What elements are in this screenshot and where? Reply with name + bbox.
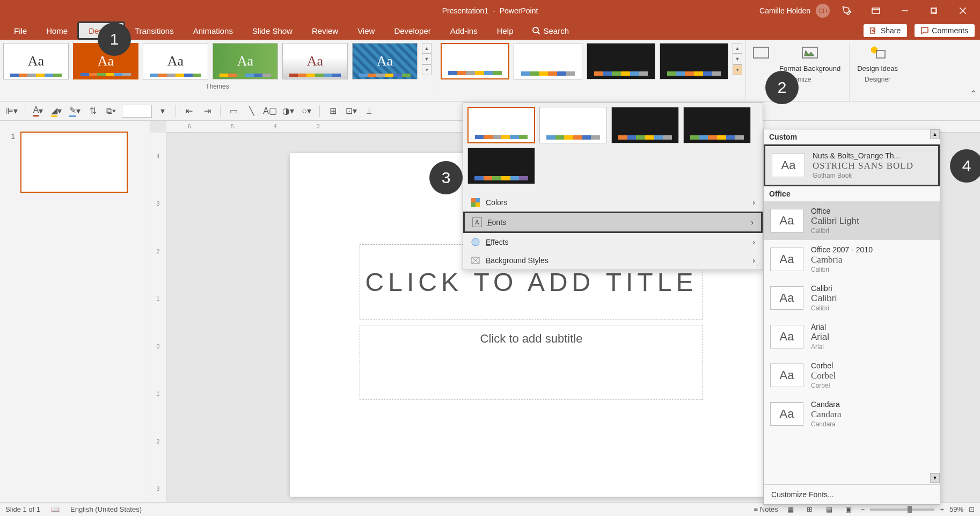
subtitle-placeholder[interactable]: Click to add subtitle bbox=[360, 325, 703, 400]
font-item-calibri[interactable]: Aa Calibri Calibri Calibri bbox=[764, 279, 940, 317]
fill-color-button[interactable]: ◢▾ bbox=[49, 104, 64, 119]
theme-pattern[interactable]: Aa bbox=[352, 43, 418, 79]
font-item-office[interactable]: Aa Office Calibri Light Calibri bbox=[764, 201, 940, 240]
scroll-up-button[interactable]: ▲ bbox=[930, 129, 940, 139]
font-item-arial[interactable]: Aa Arial Arial Arial bbox=[764, 317, 940, 356]
zoom-out-button[interactable]: − bbox=[861, 505, 865, 513]
maximize-button[interactable] bbox=[922, 0, 946, 21]
tab-addins[interactable]: Add-ins bbox=[441, 21, 487, 40]
font-item-corbel[interactable]: Aa Corbel Corbel Corbel bbox=[764, 356, 940, 395]
themes-more[interactable]: ▲▼▾ bbox=[422, 43, 432, 79]
size-dropdown[interactable]: ▾ bbox=[155, 104, 170, 119]
variant-thumb-1[interactable] bbox=[467, 107, 535, 143]
pen-icon[interactable] bbox=[835, 0, 859, 21]
menu-fonts[interactable]: AFonts › bbox=[463, 212, 763, 233]
tab-transitions[interactable]: Transitions bbox=[125, 21, 184, 40]
tab-slideshow[interactable]: Slide Show bbox=[243, 21, 302, 40]
colors-icon bbox=[471, 198, 480, 207]
close-button[interactable] bbox=[951, 0, 975, 21]
arrange-button[interactable]: ⧉▾ bbox=[104, 104, 119, 119]
slideshow-view-button[interactable]: ▣ bbox=[842, 504, 855, 515]
theme-ion[interactable]: Aa bbox=[282, 43, 348, 79]
variant-4[interactable] bbox=[660, 43, 728, 79]
scroll-down-button[interactable]: ▼ bbox=[930, 473, 940, 483]
menu-effects[interactable]: Effects › bbox=[463, 233, 763, 251]
language-status[interactable]: English (United States) bbox=[70, 505, 142, 513]
variant-thumb-2[interactable] bbox=[539, 107, 607, 143]
zoom-level[interactable]: 59% bbox=[949, 505, 963, 513]
callout-2: 2 bbox=[765, 71, 799, 104]
variants-up-icon[interactable]: ▲ bbox=[733, 43, 742, 54]
bg-styles-icon bbox=[471, 256, 480, 265]
tab-home[interactable]: Home bbox=[36, 21, 77, 40]
sorter-view-button[interactable]: ⊞ bbox=[803, 504, 817, 515]
menu-colors[interactable]: CColorsolors › bbox=[463, 193, 763, 212]
insert-button[interactable]: ⊡▾ bbox=[343, 104, 359, 119]
font-body: Corbel bbox=[811, 382, 836, 389]
font-preview-icon: Aa bbox=[770, 248, 803, 271]
themes-expand-icon[interactable]: ▾ bbox=[422, 64, 432, 75]
variants-down-icon[interactable]: ▼ bbox=[733, 54, 742, 64]
spellcheck-icon[interactable]: 📖 bbox=[51, 505, 60, 513]
crop-button[interactable]: ⟂ bbox=[362, 104, 377, 119]
variant-2[interactable] bbox=[514, 43, 582, 79]
ribbon-display-icon[interactable] bbox=[864, 0, 888, 21]
line-shape[interactable]: ╲ bbox=[244, 104, 259, 119]
themes-down-icon[interactable]: ▼ bbox=[422, 54, 432, 64]
indent-button[interactable]: ⇥ bbox=[200, 104, 215, 119]
slide-size-button[interactable] bbox=[751, 43, 771, 72]
font-color-button[interactable]: A▾ bbox=[31, 104, 46, 119]
align-button[interactable]: ⊫▾ bbox=[4, 104, 19, 119]
customize-fonts-button[interactable]: Customize Fonts... bbox=[764, 484, 940, 504]
table-button[interactable]: ⊞ bbox=[325, 104, 340, 119]
tab-file[interactable]: File bbox=[4, 21, 36, 40]
resize-handle[interactable]: ⋰ bbox=[755, 263, 760, 268]
search-label: Search bbox=[543, 26, 569, 35]
fit-window-button[interactable]: ⊡ bbox=[969, 505, 975, 513]
zoom-slider[interactable] bbox=[870, 508, 934, 511]
minimize-button[interactable] bbox=[893, 0, 917, 21]
user-avatar[interactable]: CH bbox=[816, 4, 830, 18]
menu-bg-styles[interactable]: Background Styles › bbox=[463, 251, 763, 270]
format-bg-icon bbox=[800, 43, 820, 62]
font-item-custom[interactable]: Aa Nuts & Bolts_Orange Th... OSTRICH SAN… bbox=[764, 144, 940, 186]
font-item-office2007[interactable]: Aa Office 2007 - 2010 Cambria Calibri bbox=[764, 240, 940, 279]
outline-button[interactable]: ✎▾ bbox=[67, 104, 82, 119]
variant-1[interactable] bbox=[441, 43, 509, 79]
textbox-shape[interactable]: A▢ bbox=[262, 104, 277, 119]
tab-help[interactable]: Help bbox=[487, 21, 523, 40]
theme-green[interactable]: Aa bbox=[213, 43, 278, 79]
sort-button[interactable]: ⇅ bbox=[85, 104, 100, 119]
variant-thumb-5[interactable] bbox=[467, 148, 535, 184]
comments-button[interactable]: Comments bbox=[915, 24, 975, 37]
tab-review[interactable]: Review bbox=[302, 21, 348, 40]
design-ideas-button[interactable]: Design Ideas bbox=[857, 43, 898, 72]
reading-view-button[interactable]: ▤ bbox=[822, 504, 836, 515]
collapse-ribbon-icon[interactable]: ⌃ bbox=[970, 89, 977, 99]
slide-thumbnail-1[interactable] bbox=[20, 132, 128, 193]
tab-animations[interactable]: Animations bbox=[184, 21, 243, 40]
tab-view[interactable]: View bbox=[348, 21, 384, 40]
oval-shape[interactable]: ○▾ bbox=[299, 104, 314, 119]
search-box[interactable]: Search bbox=[523, 21, 579, 40]
theme-office[interactable]: Aa bbox=[3, 43, 69, 79]
theme-gallery-3[interactable]: Aa bbox=[143, 43, 208, 79]
font-item-candara[interactable]: Aa Candara Candara Candara bbox=[764, 395, 940, 433]
dedent-button[interactable]: ⇤ bbox=[181, 104, 196, 119]
format-background-button[interactable]: Format Background bbox=[779, 43, 840, 72]
variants-more[interactable]: ▲▼▾ bbox=[733, 43, 742, 79]
themes-up-icon[interactable]: ▲ bbox=[422, 43, 432, 54]
variant-3[interactable] bbox=[587, 43, 655, 79]
variant-thumb-3[interactable] bbox=[611, 107, 679, 143]
variants-expand-icon[interactable]: ▾ bbox=[733, 64, 742, 75]
variant-thumb-4[interactable] bbox=[683, 107, 751, 143]
rectangle-shape[interactable]: ▭ bbox=[226, 104, 241, 119]
normal-view-button[interactable]: ▦ bbox=[784, 504, 798, 515]
share-button[interactable]: Share bbox=[864, 24, 907, 37]
shapes-button[interactable]: ◑▾ bbox=[281, 104, 296, 119]
tab-developer[interactable]: Developer bbox=[384, 21, 440, 40]
size-input[interactable] bbox=[122, 105, 152, 118]
font-title: Corbel bbox=[811, 361, 836, 370]
notes-button[interactable]: ≡ Notes bbox=[754, 505, 778, 513]
zoom-in-button[interactable]: + bbox=[940, 505, 944, 513]
